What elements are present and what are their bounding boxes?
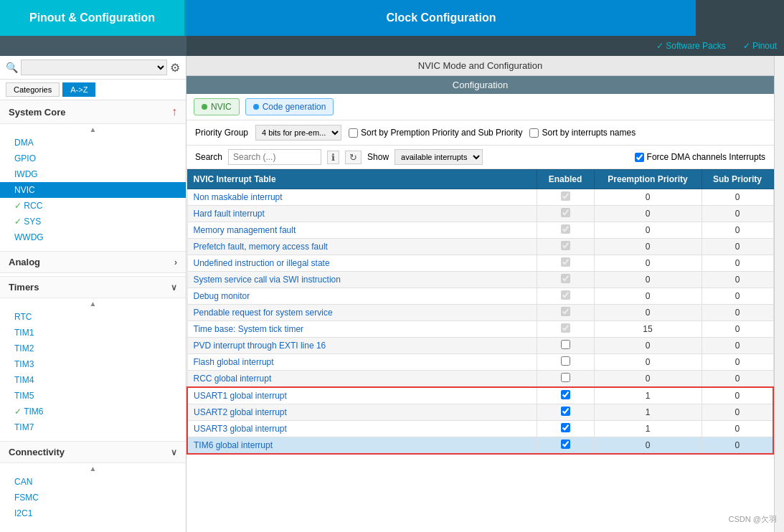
enabled-cell <box>537 272 594 288</box>
connectivity-scroll-up[interactable]: ▲ <box>0 463 186 474</box>
priority-group-select[interactable]: 4 bits for pre-em... <box>255 125 341 141</box>
sub-priority-cell: 0 <box>702 437 773 455</box>
preemption-cell: 0 <box>594 255 702 272</box>
interrupt-name: Prefetch fault, memory access fault <box>187 239 537 255</box>
connectivity-header[interactable]: Connectivity ∨ <box>0 441 186 463</box>
enabled-checkbox[interactable] <box>561 191 570 201</box>
interrupt-name: System service call via SWI instruction <box>187 272 537 288</box>
enabled-checkbox[interactable] <box>561 241 570 250</box>
sidebar-item-tim6[interactable]: ✓ TIM6 <box>0 404 186 419</box>
search-select[interactable] <box>21 60 167 75</box>
timers-header[interactable]: Timers ∨ <box>0 276 186 298</box>
enabled-checkbox[interactable] <box>561 290 570 300</box>
sort-premption-label: Sort by Premption Priority and Sub Prior… <box>361 128 522 138</box>
codegen-tab[interactable]: Code generation <box>245 98 334 115</box>
gear-icon[interactable]: ⚙ <box>170 61 180 75</box>
col-enabled: Enabled <box>537 170 594 189</box>
enabled-checkbox[interactable] <box>561 356 570 366</box>
categories-tab[interactable]: Categories <box>6 82 60 97</box>
top-header: Pinout & Configuration Clock Configurati… <box>0 0 784 36</box>
sidebar-item-can[interactable]: CAN <box>0 474 186 490</box>
sidebar-item-tim3[interactable]: TIM3 <box>0 356 186 372</box>
enabled-checkbox[interactable] <box>561 423 570 432</box>
pinout-config-tab[interactable]: Pinout & Configuration <box>0 0 186 36</box>
sidebar-item-sys[interactable]: ✓ SYS <box>0 214 186 229</box>
show-label: Show <box>367 152 389 162</box>
preemption-cell: 0 <box>594 206 702 222</box>
preemption-cell: 0 <box>594 354 702 371</box>
sidebar-item-rtc[interactable]: RTC <box>0 309 186 325</box>
software-packs-nav[interactable]: ✓ Software Packs <box>656 41 726 51</box>
sidebar-item-dma[interactable]: DMA <box>0 135 186 151</box>
search-info-icon[interactable]: ℹ <box>327 151 339 164</box>
sidebar-item-fsmc[interactable]: FSMC <box>0 490 186 505</box>
timers-arrow: ∨ <box>171 282 177 293</box>
system-core-scroll-up[interactable]: ▲ <box>0 124 186 135</box>
search-input[interactable] <box>228 149 321 165</box>
sub-priority-cell: 0 <box>702 272 773 288</box>
sidebar-item-iwdg[interactable]: IWDG <box>0 166 186 182</box>
search-row: Search ℹ ↻ Show available interrupts For… <box>186 146 774 169</box>
table-row: PVD interrupt through EXTI line 1600 <box>187 338 773 354</box>
third-tab <box>698 0 784 36</box>
sidebar-divider1 <box>0 245 186 251</box>
system-core-section: System Core ↑ ▲ DMA GPIO IWDG NVIC <box>0 100 186 245</box>
content-scrollbar[interactable] <box>774 56 784 532</box>
sort-premption-checkbox[interactable] <box>349 128 358 138</box>
sidebar-search-row: 🔍 ⚙ <box>0 56 186 80</box>
enabled-checkbox[interactable] <box>561 340 570 349</box>
enabled-checkbox[interactable] <box>561 307 570 316</box>
enabled-checkbox[interactable] <box>561 440 570 449</box>
sidebar-item-rcc[interactable]: ✓ RCC <box>0 198 186 214</box>
enabled-cell <box>537 239 594 255</box>
enabled-checkbox[interactable] <box>561 323 570 333</box>
clock-config-tab[interactable]: Clock Configuration <box>186 0 698 36</box>
interrupt-name: Non maskable interrupt <box>187 189 537 206</box>
table-row: Hard fault interrupt00 <box>187 206 773 222</box>
sidebar-item-tim4[interactable]: TIM4 <box>0 372 186 388</box>
timers-section: Timers ∨ ▲ RTC TIM1 TIM2 TIM3 <box>0 276 186 435</box>
nvic-tab[interactable]: NVIC <box>194 98 240 115</box>
show-select[interactable]: available interrupts <box>395 149 483 165</box>
search-refresh-icon[interactable]: ↻ <box>345 151 362 164</box>
enabled-checkbox[interactable] <box>561 390 570 399</box>
sub-priority-cell: 0 <box>702 338 773 354</box>
preemption-cell: 0 <box>594 189 702 206</box>
sidebar-item-tim2[interactable]: TIM2 <box>0 341 186 356</box>
preemption-cell: 0 <box>594 288 702 305</box>
timers-scroll-up[interactable]: ▲ <box>0 298 186 309</box>
table-row: Prefetch fault, memory access fault00 <box>187 239 773 255</box>
az-tab[interactable]: A->Z <box>62 82 95 97</box>
sub-header-spacer <box>0 36 186 56</box>
enabled-checkbox[interactable] <box>561 257 570 267</box>
sub-priority-cell: 0 <box>702 206 773 222</box>
enabled-checkbox[interactable] <box>561 407 570 416</box>
enabled-cell <box>537 255 594 272</box>
enabled-cell <box>537 437 594 455</box>
enabled-checkbox[interactable] <box>561 208 570 217</box>
enabled-cell <box>537 338 594 354</box>
sidebar-item-nvic[interactable]: NVIC <box>0 182 186 198</box>
table-row: RCC global interrupt00 <box>187 371 773 388</box>
preemption-cell: 0 <box>594 371 702 388</box>
sidebar-item-tim7[interactable]: TIM7 <box>0 419 186 435</box>
sidebar-item-gpio[interactable]: GPIO <box>0 151 186 166</box>
sort-names-checkbox[interactable] <box>529 128 539 138</box>
enabled-checkbox[interactable] <box>561 274 570 283</box>
pinout-nav[interactable]: ✓ Pinout <box>743 41 777 51</box>
preemption-cell: 0 <box>594 222 702 239</box>
enabled-checkbox[interactable] <box>561 373 570 382</box>
sidebar-item-tim1[interactable]: TIM1 <box>0 325 186 341</box>
config-tabs: NVIC Code generation <box>186 94 774 120</box>
system-core-header[interactable]: System Core ↑ <box>0 100 186 124</box>
sidebar-item-tim5[interactable]: TIM5 <box>0 388 186 404</box>
nvic-table: NVIC Interrupt Table Enabled Preemption … <box>186 169 774 455</box>
analog-header[interactable]: Analog › <box>0 251 186 273</box>
sidebar-item-i2c1[interactable]: I2C1 <box>0 505 186 521</box>
sidebar-item-wwdg[interactable]: WWDG <box>0 229 186 245</box>
force-dma-checkbox[interactable] <box>635 153 644 162</box>
preemption-cell: 1 <box>594 404 702 421</box>
enabled-checkbox[interactable] <box>561 224 570 234</box>
sub-priority-cell: 0 <box>702 305 773 321</box>
table-row: System service call via SWI instruction0… <box>187 272 773 288</box>
